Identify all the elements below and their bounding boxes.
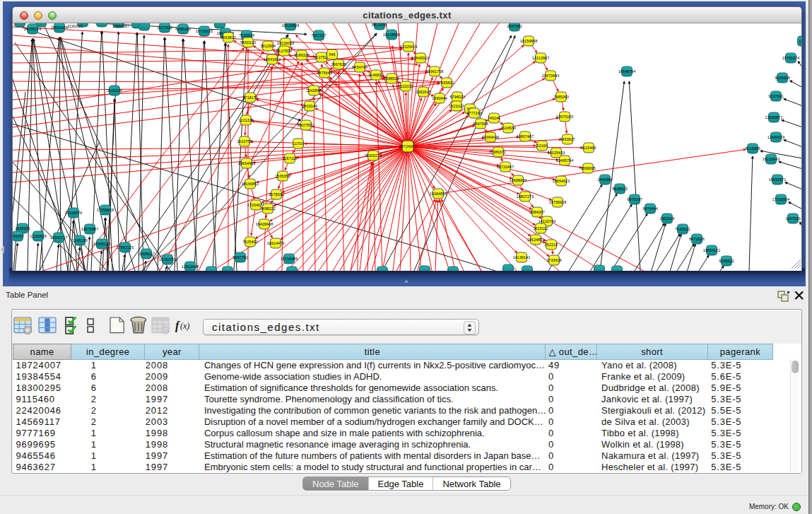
svg-text:10654985: 10654985 <box>238 161 255 165</box>
svg-text:f: f <box>175 320 180 332</box>
svg-text:16409948: 16409948 <box>256 222 273 226</box>
svg-text:1145139: 1145139 <box>72 238 87 243</box>
svg-text:19384554: 19384554 <box>430 192 447 196</box>
svg-text:(x): (x) <box>180 321 189 331</box>
svg-text:24055724: 24055724 <box>24 27 41 31</box>
svg-text:18724007: 18724007 <box>399 144 416 148</box>
svg-text:1621022: 1621022 <box>449 104 464 108</box>
svg-text:8471626: 8471626 <box>689 237 704 241</box>
svg-text:9227341: 9227341 <box>768 94 783 98</box>
svg-text:19654923: 19654923 <box>553 179 570 183</box>
svg-text:16782759: 16782759 <box>159 257 176 262</box>
svg-text:16914479: 16914479 <box>267 241 284 245</box>
svg-text:10654122: 10654122 <box>703 248 720 252</box>
svg-text:9657791: 9657791 <box>233 255 247 259</box>
svg-text:18807279: 18807279 <box>517 194 534 199</box>
svg-text:3875645: 3875645 <box>317 71 331 75</box>
svg-text:14524851: 14524851 <box>527 238 544 242</box>
svg-text:10543362: 10543362 <box>264 57 281 62</box>
svg-text:15716485: 15716485 <box>281 257 298 261</box>
svg-text:252214: 252214 <box>545 243 558 247</box>
svg-text:1624534: 1624534 <box>500 126 515 130</box>
svg-text:1610755: 1610755 <box>237 139 252 144</box>
svg-text:19166852: 19166852 <box>242 182 259 186</box>
svg-text:15692971: 15692971 <box>769 177 786 182</box>
svg-text:12444159: 12444159 <box>767 135 784 139</box>
svg-text:11700: 11700 <box>293 141 304 146</box>
svg-text:2435061: 2435061 <box>15 226 30 230</box>
svg-text:6466160: 6466160 <box>175 27 190 31</box>
svg-text:15751074: 15751074 <box>782 56 799 60</box>
svg-text:1167533: 1167533 <box>785 216 800 221</box>
svg-text:991547: 991547 <box>13 234 24 238</box>
svg-text:16210643: 16210643 <box>763 157 779 161</box>
svg-text:20691406: 20691406 <box>51 25 68 30</box>
svg-text:10958117: 10958117 <box>138 252 155 256</box>
svg-text:10653267: 10653267 <box>112 24 129 28</box>
svg-text:6899695: 6899695 <box>580 166 595 170</box>
svg-text:14120746: 14120746 <box>539 219 555 223</box>
svg-text:12213967: 12213967 <box>532 56 549 60</box>
svg-text:17957225: 17957225 <box>117 245 134 250</box>
svg-text:12923448: 12923448 <box>182 264 199 269</box>
svg-text:8186328: 8186328 <box>294 53 309 57</box>
svg-text:14136141: 14136141 <box>513 255 530 259</box>
svg-text:62160: 62160 <box>536 144 547 148</box>
svg-text:9474444: 9474444 <box>642 206 657 211</box>
svg-text:10973493: 10973493 <box>542 74 559 78</box>
svg-text:3498222: 3498222 <box>260 206 275 211</box>
svg-text:10719155: 10719155 <box>196 29 213 33</box>
svg-text:13640910: 13640910 <box>412 56 429 60</box>
svg-text:19756928: 19756928 <box>549 200 566 204</box>
svg-text:1112: 1112 <box>799 39 802 43</box>
svg-text:11156829: 11156829 <box>30 234 47 238</box>
svg-text:9777169: 9777169 <box>466 111 481 115</box>
svg-text:1990444: 1990444 <box>432 96 447 100</box>
svg-text:2718179: 2718179 <box>242 95 257 100</box>
svg-text:7625402: 7625402 <box>242 240 257 244</box>
svg-text:20364436: 20364436 <box>482 135 499 139</box>
svg-text:10975887: 10975887 <box>81 227 98 231</box>
svg-text:2191019: 2191019 <box>67 24 82 28</box>
svg-text:6879197: 6879197 <box>627 197 642 201</box>
svg-text:3912954: 3912954 <box>260 44 275 48</box>
svg-text:1440954: 1440954 <box>597 177 612 182</box>
svg-text:1615112: 1615112 <box>533 226 548 230</box>
svg-text:16648784: 16648784 <box>618 69 635 74</box>
svg-text:3267110: 3267110 <box>282 156 297 160</box>
svg-text:9146821: 9146821 <box>368 73 383 77</box>
svg-text:7386372: 7386372 <box>490 150 505 154</box>
svg-text:8215955: 8215955 <box>745 146 760 151</box>
svg-text:17359928: 17359928 <box>97 208 114 212</box>
svg-text:9329906: 9329906 <box>775 76 789 80</box>
svg-text:2867608: 2867608 <box>331 62 346 66</box>
svg-text:1733426: 1733426 <box>546 258 561 262</box>
svg-text:8813054: 8813054 <box>372 23 387 27</box>
svg-text:23226058: 23226058 <box>277 41 294 45</box>
svg-text:1362615: 1362615 <box>416 90 430 94</box>
svg-text:2687682: 2687682 <box>507 24 522 28</box>
svg-text:16154808: 16154808 <box>520 39 537 43</box>
svg-text:6497568: 6497568 <box>473 122 488 126</box>
svg-text:26206576: 26206576 <box>65 211 82 215</box>
svg-text:25300275: 25300275 <box>365 153 382 158</box>
svg-text:8427552: 8427552 <box>298 123 313 127</box>
svg-text:2803144: 2803144 <box>302 104 317 108</box>
svg-text:10807487: 10807487 <box>517 134 534 139</box>
svg-text:12505135: 12505135 <box>93 242 110 246</box>
svg-text:10688609: 10688609 <box>510 178 526 182</box>
svg-text:9245612: 9245612 <box>719 259 734 263</box>
svg-text:1527602: 1527602 <box>157 25 172 30</box>
svg-text:9115460: 9115460 <box>581 146 596 150</box>
svg-text:6794023: 6794023 <box>449 95 464 99</box>
svg-text:19218596: 19218596 <box>383 33 400 37</box>
svg-text:2933114: 2933114 <box>659 216 674 221</box>
svg-text:8660123: 8660123 <box>240 40 255 45</box>
svg-text:2342848: 2342848 <box>306 88 321 93</box>
svg-text:746246: 746246 <box>488 116 500 120</box>
svg-text:2505334: 2505334 <box>107 88 122 93</box>
svg-text:7663822: 7663822 <box>220 35 235 40</box>
svg-text:1221338: 1221338 <box>238 118 253 122</box>
svg-text:1588520: 1588520 <box>384 76 399 81</box>
svg-text:16033809: 16033809 <box>282 23 299 28</box>
